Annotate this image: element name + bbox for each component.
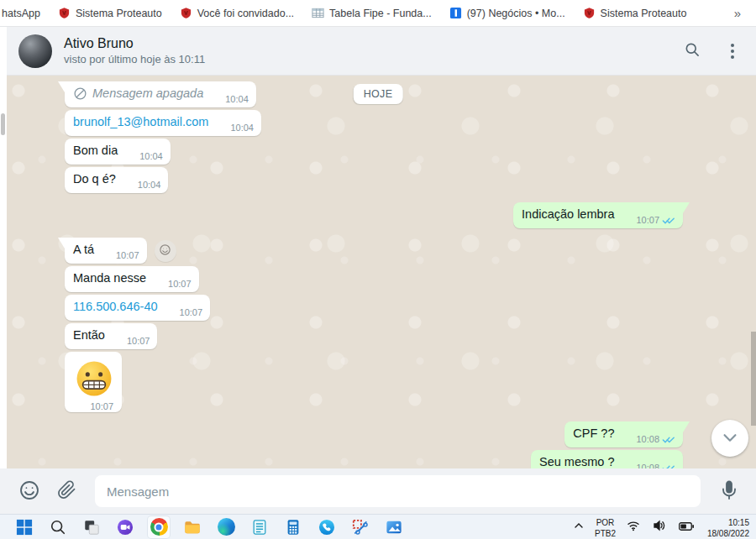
chevron-up-icon	[574, 521, 584, 533]
notification-badge-icon	[449, 7, 462, 19]
message-bubble[interactable]: A tá 10:07	[65, 238, 176, 264]
file-explorer-button[interactable]	[181, 516, 203, 538]
folder-icon	[184, 519, 201, 536]
microphone-icon	[719, 480, 739, 503]
tray-expand-button[interactable]	[572, 519, 585, 535]
taskbar-search-button[interactable]	[47, 516, 69, 538]
message-time: 10:08	[636, 463, 659, 468]
edge-button[interactable]	[215, 516, 237, 538]
message-bubble[interactable]: Mensagem apagada 10:04	[65, 81, 256, 107]
chat-scrollbar-thumb[interactable]	[751, 332, 756, 426]
bookmark-item-negocios[interactable]: (97) Negócios • Mo...	[449, 7, 565, 19]
task-view-button[interactable]	[81, 516, 102, 538]
message-bubble[interactable]: Seu mesmo ? 10:08	[531, 450, 683, 468]
phone-icon	[318, 519, 335, 536]
search-icon	[684, 41, 701, 60]
photos-app-button[interactable]	[383, 516, 405, 538]
message-text: Do q é?	[73, 171, 116, 187]
read-receipt-icon	[662, 216, 675, 225]
message-bubble[interactable]: Manda nesse 10:07	[65, 266, 199, 292]
snipping-tool-button[interactable]	[349, 516, 371, 538]
message-bubble[interactable]: CPF ?? 10:08	[564, 421, 683, 447]
smiley-icon	[18, 479, 40, 504]
panel-scrollbar-thumb[interactable]	[1, 113, 5, 135]
chrome-icon	[150, 518, 168, 536]
message-text: Bom dia	[73, 143, 118, 159]
message-text: Seu mesmo ?	[539, 454, 614, 468]
bookmark-item-convite[interactable]: Você foi convidado...	[180, 7, 294, 19]
message-bubble[interactable]: brunolf_13@hotmail.com 10:04	[65, 110, 261, 136]
notepad-button[interactable]	[249, 516, 270, 538]
scroll-to-bottom-button[interactable]	[711, 420, 748, 457]
date-text: 18/08/2022	[706, 528, 749, 539]
bookmark-item-proteauto-2[interactable]: Sistema Proteauto	[583, 7, 687, 19]
bookmark-item-proteauto[interactable]: Sistema Proteauto	[58, 7, 162, 19]
message-bubble[interactable]: 116.500.646-40 10:07	[65, 295, 210, 321]
message-bubble[interactable]: Do q é? 10:04	[65, 167, 168, 193]
message-text: Manda nesse	[73, 270, 146, 286]
bookmark-label: (97) Negócios • Mo...	[467, 8, 565, 19]
time-text: 10:15	[706, 517, 749, 528]
bookmark-label: Tabela Fipe - Funda...	[329, 8, 432, 19]
shield-icon	[58, 7, 71, 19]
message-input[interactable]	[95, 475, 701, 507]
mic-button[interactable]	[714, 475, 744, 508]
windows-start-icon	[16, 519, 33, 536]
message-link-text[interactable]: brunolf_13@hotmail.com	[73, 114, 208, 130]
video-camera-icon	[117, 519, 134, 536]
volume-button[interactable]	[651, 517, 668, 536]
message-time: 10:07	[636, 215, 659, 225]
react-button[interactable]	[155, 240, 176, 262]
menu-button[interactable]	[726, 42, 739, 60]
avatar[interactable]	[18, 34, 52, 68]
shield-icon	[583, 7, 596, 19]
language-indicator[interactable]: POR PTB2	[595, 517, 616, 539]
table-icon	[312, 7, 324, 19]
message-link-text[interactable]: 116.500.646-40	[73, 299, 158, 315]
kebab-icon	[731, 44, 734, 47]
windows-taskbar: POR PTB2 10:15 18/08/2022	[0, 514, 756, 539]
battery-icon	[679, 521, 695, 533]
start-button[interactable]	[13, 516, 35, 538]
message-text: A tá	[73, 242, 94, 258]
bookmark-item-fipe[interactable]: Tabela Fipe - Funda...	[312, 7, 432, 19]
battery-button[interactable]	[677, 519, 696, 535]
message-list: Mensagem apagada 10:04 brunolf_13@hotmai…	[0, 76, 756, 468]
chat-area: HOJE Mensagem apagada 10:04 brunolf_13@h…	[0, 76, 756, 468]
last-seen-status: visto por último hoje às 10:11	[64, 52, 205, 67]
video-app-button[interactable]	[114, 516, 136, 538]
clock[interactable]: 10:15 18/08/2022	[706, 517, 749, 539]
message-bubble[interactable]: Bom dia 10:04	[65, 139, 171, 165]
grimacing-emoji	[75, 359, 113, 401]
message-time: 10:07	[90, 401, 113, 411]
message-time: 10:07	[116, 250, 139, 260]
photos-icon	[386, 519, 402, 536]
message-bubble[interactable]: Então 10:07	[65, 323, 157, 349]
bookmarks-overflow-button[interactable]: »	[727, 6, 748, 20]
message-time: 10:04	[230, 123, 254, 133]
message-time: 10:04	[139, 151, 163, 161]
speaker-icon	[653, 519, 666, 535]
edge-icon	[218, 518, 235, 536]
paperclip-icon	[57, 480, 76, 502]
wifi-button[interactable]	[625, 517, 642, 536]
notepad-icon	[251, 519, 268, 536]
scissors-icon	[352, 519, 369, 536]
bookmark-item-whatsapp[interactable]: hatsApp	[2, 8, 40, 19]
message-text: Indicação lembra	[522, 207, 614, 222]
chat-header-info[interactable]: Ativo Bruno visto por último hoje às 10:…	[64, 34, 205, 67]
deleted-message-icon	[73, 86, 87, 101]
composer-bar	[0, 468, 756, 514]
message-text: Então	[73, 327, 105, 343]
message-time: 10:08	[636, 434, 659, 444]
message-time: 10:04	[138, 180, 161, 190]
emoji-button[interactable]	[13, 474, 45, 509]
attach-button[interactable]	[52, 475, 81, 507]
search-button[interactable]	[680, 38, 704, 64]
phone-app-button[interactable]	[316, 516, 338, 538]
message-time: 10:07	[127, 336, 150, 346]
message-bubble[interactable]: Indicação lembra 10:07	[513, 202, 683, 228]
chrome-button[interactable]	[148, 516, 170, 538]
message-bubble[interactable]: 10:07	[65, 352, 122, 412]
calculator-button[interactable]	[282, 516, 304, 538]
